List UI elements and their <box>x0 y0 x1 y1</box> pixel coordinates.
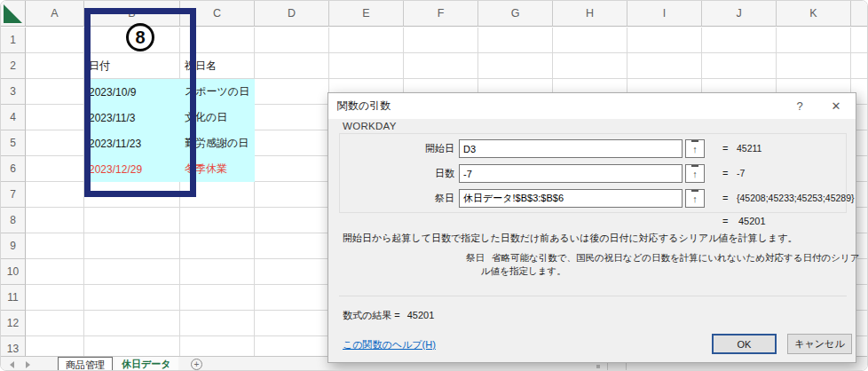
dialog-title: 関数の引数 <box>337 93 391 119</box>
grid-cell-C5[interactable]: 勤労感謝の日 <box>185 130 249 156</box>
function-description: 開始日から起算して日数で指定した日数だけ前あるいは後の日付に対応するシリアル値を… <box>343 232 797 245</box>
row-header-3[interactable]: 3 <box>1 79 26 105</box>
row-header-4[interactable]: 4 <box>1 105 26 130</box>
field-label-2: 日数 <box>343 164 454 183</box>
gridline-vertical <box>254 28 255 356</box>
select-all-corner[interactable] <box>1 1 26 27</box>
column-header-D[interactable]: D <box>255 1 329 27</box>
field-equals-3: = <box>722 189 728 208</box>
field-result-3: {45208;45233;45253;45289} <box>737 189 855 208</box>
column-header-E[interactable]: E <box>329 1 404 27</box>
intermediate-equals: = <box>722 216 728 226</box>
dialog-close-icon[interactable]: ✕ <box>818 93 854 119</box>
field-input-2[interactable] <box>459 164 683 183</box>
column-header-F[interactable]: F <box>404 1 478 27</box>
row-header-1[interactable]: 1 <box>1 28 26 53</box>
grid-cell-B3[interactable]: 2023/10/9 <box>89 79 136 105</box>
row-header-7[interactable]: 7 <box>1 182 26 208</box>
grid-cell-C6[interactable]: 冬季休業 <box>185 156 227 182</box>
column-header-C[interactable]: C <box>180 1 255 27</box>
argument-help: 祭日省略可能な引数で、国民の祝日などの日数を計算にいれないため対応する日付のシリ… <box>466 251 859 278</box>
tab-splitter-dot <box>596 365 600 368</box>
range-picker-icon[interactable]: ↑ <box>685 139 705 158</box>
argument-help-label: 祭日 <box>466 252 485 263</box>
grid-cell-C4[interactable]: 文化の日 <box>185 105 227 130</box>
row-header-11[interactable]: 11 <box>1 285 26 311</box>
formula-result-value: 45201 <box>407 310 435 320</box>
grid-cell-C2[interactable]: 祝日名 <box>185 53 217 79</box>
range-picker-icon[interactable]: ↑ <box>685 164 705 183</box>
excel-window: ABCDEFGHIJK 12345678910111213 日付祝日名2023/… <box>0 0 868 371</box>
horizontal-scrollbar-edge[interactable] <box>607 362 627 371</box>
row-header-2[interactable]: 2 <box>1 53 26 79</box>
annotation-badge: 8 <box>126 23 154 51</box>
field-input-1[interactable] <box>459 139 683 158</box>
formula-result-label: 数式の結果 = <box>343 310 400 320</box>
row-header-6[interactable]: 6 <box>1 156 26 182</box>
field-result-2: -7 <box>737 164 745 183</box>
range-picker-icon[interactable]: ↑ <box>685 189 705 208</box>
field-equals-1: = <box>722 139 728 158</box>
cancel-button[interactable]: キャンセル <box>787 334 852 354</box>
formula-result-row: 数式の結果 =45201 <box>343 309 434 322</box>
gridline-vertical <box>83 28 84 356</box>
column-header-A[interactable]: A <box>26 1 84 27</box>
argument-help-line2: ル値を指定します。 <box>481 264 859 278</box>
row-header-10[interactable]: 10 <box>1 259 26 285</box>
field-input-3[interactable] <box>459 189 683 208</box>
function-help-link[interactable]: この関数のヘルプ(H) <box>343 338 436 351</box>
row-header-13[interactable]: 13 <box>1 336 26 356</box>
grid-cell-B4[interactable]: 2023/11/3 <box>89 105 136 130</box>
annotation-number: 8 <box>135 28 145 48</box>
row-header-5[interactable]: 5 <box>1 130 26 156</box>
previous-sheet-icon[interactable] <box>10 361 14 368</box>
field-equals-2: = <box>722 164 728 183</box>
grid-cell-B5[interactable]: 2023/11/23 <box>89 130 141 156</box>
grid-cell-B6[interactable]: 2023/12/29 <box>89 156 142 182</box>
sheet-tab-商品管理[interactable]: 商品管理 <box>58 357 113 371</box>
column-header-K[interactable]: K <box>777 1 851 27</box>
column-header-I[interactable]: I <box>627 1 702 27</box>
collapse-dialog-arrow-icon: ↑ <box>691 165 698 182</box>
column-header-B[interactable]: B <box>84 1 180 27</box>
column-header-G[interactable]: G <box>478 1 553 27</box>
column-header-J[interactable]: J <box>702 1 777 27</box>
select-all-triangle-icon <box>4 4 22 23</box>
intermediate-result: 45201 <box>738 216 766 226</box>
field-label-1: 開始日 <box>343 139 454 158</box>
dialog-titlebar[interactable]: 関数の引数 ? ✕ <box>328 93 856 119</box>
row-header-12[interactable]: 12 <box>1 311 26 336</box>
dialog-help-icon[interactable]: ? <box>785 93 815 119</box>
collapse-dialog-arrow-icon: ↑ <box>691 190 698 207</box>
next-sheet-icon[interactable] <box>26 361 30 368</box>
gridline-horizontal <box>26 52 868 53</box>
row-header-9[interactable]: 9 <box>1 233 26 259</box>
column-header-partial[interactable] <box>851 1 868 27</box>
field-result-1: 45211 <box>737 139 761 158</box>
grid-cell-B2[interactable]: 日付 <box>89 53 110 79</box>
field-label-3: 祭日 <box>343 189 454 208</box>
collapse-dialog-arrow-icon: ↑ <box>691 140 698 157</box>
new-sheet-button[interactable]: + <box>191 359 202 370</box>
row-header-8[interactable]: 8 <box>1 208 26 233</box>
grid-cell-C3[interactable]: スポーツの日 <box>185 79 249 105</box>
dialog-divider <box>339 296 847 296</box>
argument-help-line1: 省略可能な引数で、国民の祝日などの日数を計算にいれないため対応する日付のシリア <box>492 252 859 263</box>
function-arguments-dialog: 関数の引数 ? ✕ WORKDAY = 45201 開始日から起算して日数で指定… <box>327 92 856 363</box>
gridline-vertical <box>179 28 180 356</box>
function-name: WORKDAY <box>343 121 397 131</box>
sheet-tab-休日データ[interactable]: 休日データ <box>114 357 178 371</box>
ok-button[interactable]: OK <box>712 334 777 354</box>
column-header-H[interactable]: H <box>553 1 627 27</box>
